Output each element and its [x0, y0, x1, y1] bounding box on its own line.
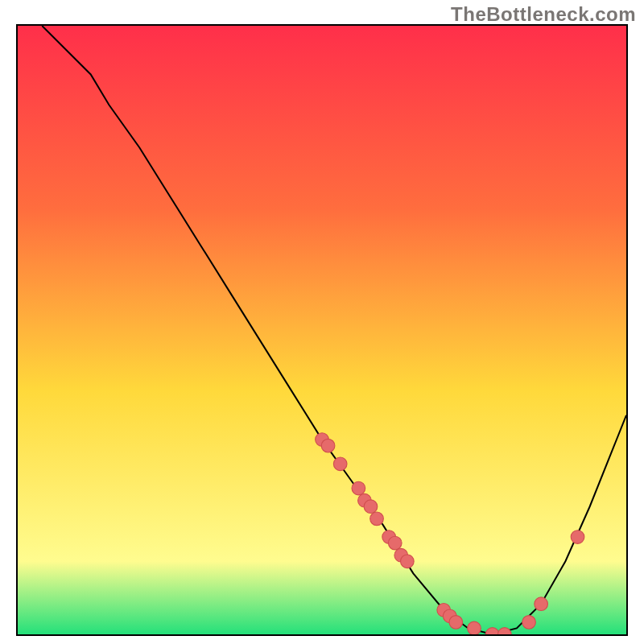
- chart-svg: [18, 26, 626, 634]
- data-marker: [571, 530, 584, 544]
- data-marker: [364, 500, 378, 514]
- data-marker: [468, 621, 481, 634]
- attribution-text: TheBottleneck.com: [451, 3, 636, 26]
- data-marker: [449, 616, 463, 630]
- chart-background-gradient: [18, 26, 626, 634]
- chart-plot-area: [16, 24, 628, 636]
- data-marker: [333, 457, 347, 471]
- data-marker: [522, 616, 536, 630]
- data-marker: [370, 512, 384, 526]
- data-marker: [388, 536, 402, 550]
- data-marker: [401, 555, 415, 568]
- data-marker: [321, 439, 335, 452]
- data-marker: [535, 597, 548, 611]
- data-marker: [352, 481, 365, 495]
